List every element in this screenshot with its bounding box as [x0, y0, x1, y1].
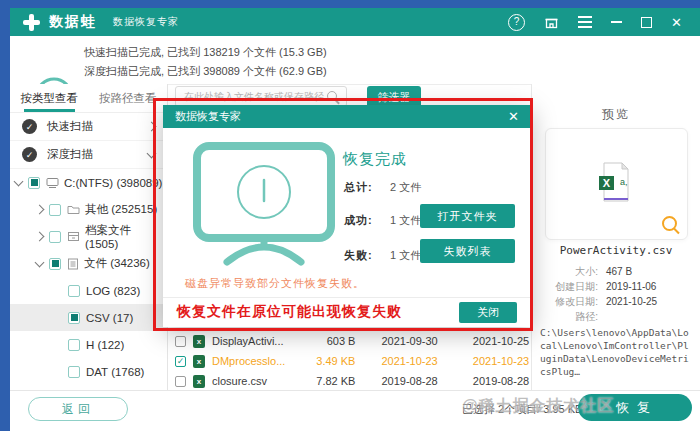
size-value: 467 B: [606, 264, 632, 279]
preview-filename: PowerActivity.csv: [532, 244, 700, 257]
tree-item-archives[interactable]: 档案文件 (1505): [10, 223, 167, 250]
size-label: 大小:: [532, 264, 598, 279]
checkbox-partial[interactable]: [68, 312, 80, 324]
stat-label: 成功:: [344, 213, 380, 228]
drive-icon: [46, 177, 59, 189]
csv-file-icon: [193, 355, 205, 368]
checkbox-empty[interactable]: [49, 204, 61, 216]
recover-button[interactable]: 恢复: [578, 394, 692, 421]
checkbox-empty[interactable]: [49, 231, 61, 243]
deep-scan-status: 深度扫描已完成, 已找到 398089 个文件 (62.9 GB): [84, 62, 327, 81]
sidebar-item-quick-scan[interactable]: 快速扫描: [10, 113, 167, 141]
stat-value: 1 文件: [390, 248, 421, 263]
failed-list-button[interactable]: 失败列表: [420, 239, 515, 263]
magnifier-icon[interactable]: [662, 216, 677, 231]
chevron-down-icon[interactable]: [147, 148, 157, 158]
dialog-title: 数据恢复专家: [175, 109, 241, 124]
svg-text:a,: a,: [620, 177, 628, 187]
stat-label: 失败:: [344, 248, 380, 263]
monitor-alert-icon: [189, 140, 339, 274]
titlebar-icons: ? ✕: [508, 14, 700, 31]
title-bar: 数据蛙 数据恢复专家 ? ✕: [10, 8, 700, 36]
document-icon: [67, 258, 79, 270]
file-row[interactable]: DisplayActivi... 603 B 2021-09-30 2021-1…: [169, 331, 531, 351]
tree-item-drive-c[interactable]: C:(NTFS) (398089): [10, 169, 167, 196]
stat-value: 1 文件: [390, 213, 421, 228]
chevron-right-icon[interactable]: [35, 205, 45, 215]
app-subtitle: 数据恢复专家: [113, 15, 179, 29]
checkbox-empty[interactable]: [175, 376, 186, 387]
sidebar: 按类型查看 按路径查看 快速扫描 深度扫描 C:(NTFS) (398089) …: [10, 84, 168, 390]
created-label: 创建日期:: [532, 279, 598, 294]
close-icon[interactable]: ✕: [671, 16, 682, 29]
search-icon[interactable]: [327, 91, 337, 101]
chevron-down-icon[interactable]: [35, 257, 45, 267]
tree-item-label: 档案文件 (1505): [85, 223, 167, 250]
sidebar-item-deep-scan[interactable]: 深度扫描: [10, 141, 167, 169]
tree-item-files[interactable]: 文件 (34236): [10, 250, 167, 277]
checkbox-empty[interactable]: [68, 366, 80, 378]
file-size: 3.49 KB: [301, 355, 355, 367]
stat-total: 总计: 2 文件: [344, 180, 421, 195]
scan-status-bar: 快速扫描已完成, 已找到 138219 个文件 (15.3 GB) 深度扫描已完…: [10, 36, 700, 85]
file-name: closure.csv: [212, 375, 301, 387]
file-list: DisplayActivi... 603 B 2021-09-30 2021-1…: [169, 331, 531, 390]
dialog-header: 数据恢复专家 ✕: [163, 105, 531, 128]
checkbox-partial[interactable]: [49, 258, 61, 270]
menu-icon[interactable]: [578, 16, 592, 28]
recovery-complete-dialog: 数据恢复专家 ✕ 恢复完成 总计: 2 文件 成功: 1 文件 打开文件夹 失败…: [163, 105, 531, 327]
file-modified-date: 2019-08-28: [473, 375, 531, 387]
quick-scan-status: 快速扫描已完成, 已找到 138219 个文件 (15.3 GB): [84, 43, 327, 62]
back-button[interactable]: 返回: [28, 397, 128, 421]
stat-label: 总计:: [344, 180, 380, 195]
dialog-close-icon[interactable]: ✕: [508, 110, 519, 123]
scan-item-label: 快速扫描: [47, 119, 93, 134]
scan-item-label: 深度扫描: [47, 147, 93, 162]
checkbox-empty[interactable]: [175, 336, 186, 347]
tree-item-label: 文件 (34236): [84, 256, 150, 271]
check-circle-icon: [22, 119, 37, 134]
stat-success: 成功: 1 文件: [344, 213, 421, 228]
checkbox-empty[interactable]: [68, 285, 80, 297]
help-icon[interactable]: ?: [508, 14, 525, 31]
tree-item-label: CSV (17): [86, 312, 133, 324]
path-label: 路径:: [532, 309, 598, 324]
open-folder-button[interactable]: 打开文件夹: [420, 204, 515, 228]
search-box: [175, 86, 347, 107]
tree-item-label: H (122): [86, 339, 124, 351]
file-size: 7.82 KB: [301, 375, 355, 387]
tab-view-by-type[interactable]: 按类型查看: [10, 84, 89, 112]
preview-panel: 预览 X a, PowerActivity.csv 大小: 467 B 创建日期…: [531, 84, 700, 390]
file-name: DisplayActivi...: [212, 335, 301, 347]
disk-warning-text: 磁盘异常导致部分文件恢复失败。: [185, 276, 365, 291]
tree-item-dat[interactable]: DAT (1768): [10, 358, 167, 385]
tree-item-csv[interactable]: CSV (17): [10, 304, 167, 331]
archive-icon: [67, 231, 80, 242]
file-created-date: 2019-08-28: [381, 375, 460, 387]
dialog-close-button[interactable]: 关闭: [459, 302, 517, 323]
tree-item-h[interactable]: H (122): [10, 331, 167, 358]
checkbox-checked[interactable]: [175, 356, 186, 367]
chevron-right-icon[interactable]: [147, 122, 157, 132]
checkbox-partial[interactable]: [28, 177, 40, 189]
checkbox-empty[interactable]: [68, 339, 80, 351]
created-value: 2019-11-06: [606, 279, 656, 294]
maximize-icon[interactable]: [641, 17, 652, 28]
tree-item-log[interactable]: LOG (823): [10, 277, 167, 304]
path-value: C:\Users\lenovo\AppData\Local\Lenovo\ImC…: [540, 326, 692, 378]
file-row-selected[interactable]: DMprocesslo... 3.49 KB 2021-10-23 2021-1…: [169, 351, 531, 371]
store-icon[interactable]: [544, 15, 559, 30]
csv-file-icon: [193, 375, 205, 388]
tab-view-by-path[interactable]: 按路径查看: [89, 84, 168, 112]
minimize-icon[interactable]: [611, 21, 622, 23]
file-created-date: 2021-10-23: [381, 355, 460, 367]
chevron-down-icon[interactable]: [14, 176, 24, 186]
app-logo-icon: [22, 13, 41, 32]
file-row[interactable]: closure.csv 7.82 KB 2019-08-28 2019-08-2…: [169, 371, 531, 391]
annotation-text: 恢复文件在原位可能出现恢复失败: [177, 303, 402, 321]
tree-item-other[interactable]: 其他 (252515): [10, 196, 167, 223]
chevron-right-icon[interactable]: [35, 232, 45, 242]
selection-summary: 已选择 2个项目/ 3.95 KB: [462, 402, 582, 417]
search-input[interactable]: [175, 86, 347, 107]
tree-item-label: C:(NTFS) (398089): [64, 177, 162, 189]
